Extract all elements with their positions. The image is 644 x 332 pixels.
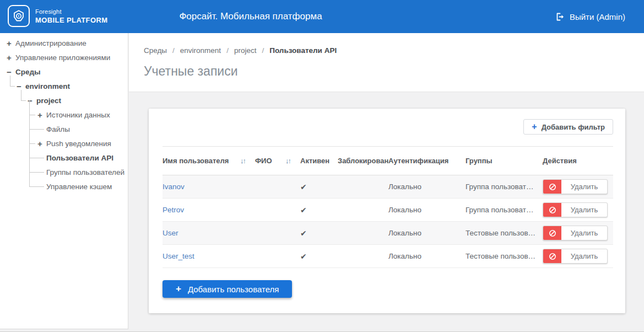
delete-label: Удалить — [561, 249, 607, 263]
delete-label: Удалить — [561, 226, 607, 240]
sidebar-item-label: Группы пользователей — [46, 168, 125, 176]
expand-icon[interactable]: + — [6, 53, 13, 62]
column-label: Имя пользователя — [163, 157, 229, 165]
main-header-section: Среды / environment / project / Пользова… — [129, 33, 644, 92]
delete-user-button[interactable]: Удалить — [543, 249, 608, 264]
sidebar-item-project[interactable]: − project — [0, 93, 128, 108]
sidebar-item-user-groups[interactable]: Группы пользователей — [0, 165, 128, 179]
sidebar-item-label: Пользователи API — [46, 154, 113, 162]
username-link[interactable]: User_test — [163, 252, 194, 260]
table-header-row: Имя пользователя ↓↑ ФИО ↓↑ Активен Забло… — [163, 146, 613, 175]
sidebar-item-label: environment — [25, 82, 70, 90]
groups-cell: Тестовые пользов… — [466, 252, 543, 260]
accounts-panel: + Добавить фильтр Имя пользователя ↓↑ ФИ… — [149, 109, 625, 313]
auth-cell: Локально — [388, 252, 466, 260]
sidebar-item-label: Управление приложениями — [15, 53, 110, 62]
sidebar-item-label: Управление кэшем — [46, 183, 112, 191]
breadcrumb-environment[interactable]: environment — [180, 46, 221, 55]
sidebar-item-app-management[interactable]: + Управление приложениями — [0, 50, 128, 65]
groups-cell: Тестовые пользов… — [466, 229, 543, 237]
auth-cell: Локально — [388, 183, 466, 191]
username-link[interactable]: Petrov — [163, 206, 184, 214]
breadcrumb-separator: / — [262, 46, 264, 55]
expand-icon[interactable]: + — [6, 39, 13, 48]
collapse-icon[interactable]: − — [6, 67, 13, 77]
active-checkmark: ✔ — [300, 252, 338, 261]
plus-icon: + — [532, 122, 537, 132]
auth-cell: Локально — [388, 206, 466, 214]
expand-icon[interactable]: + — [36, 139, 44, 148]
table-row: User ✔ Локально Тестовые пользов… Удалит… — [163, 222, 613, 245]
page-title: Учетные записи — [144, 64, 644, 79]
add-user-label: Добавить пользователя — [188, 285, 279, 294]
column-header-fio[interactable]: ФИО ↓↑ — [255, 157, 300, 165]
breadcrumb-current: Пользователи API — [269, 46, 337, 55]
block-icon — [543, 226, 561, 240]
table-row: Ivanov ✔ Локально Группа пользоват… Удал… — [163, 175, 613, 199]
username-link[interactable]: Ivanov — [163, 183, 185, 191]
sidebar-item-label: Источники данных — [46, 111, 110, 119]
column-header-authentication: Аутентификация — [388, 157, 466, 165]
breadcrumb-environments[interactable]: Среды — [144, 46, 167, 55]
delete-user-button[interactable]: Удалить — [543, 202, 608, 217]
add-filter-button[interactable]: + Добавить фильтр — [523, 119, 613, 135]
sidebar-item-label: Файлы — [46, 125, 70, 133]
plus-icon: + — [176, 283, 181, 294]
block-icon — [543, 203, 561, 217]
breadcrumb: Среды / environment / project / Пользова… — [144, 46, 644, 55]
app-header: Foresight MOBILE PLATFORM Форсайт. Мобил… — [0, 0, 644, 33]
column-header-active: Активен — [300, 157, 338, 165]
block-icon — [543, 180, 561, 194]
sidebar-item-environments[interactable]: − Среды — [0, 65, 128, 79]
sidebar-item-environment[interactable]: − environment — [0, 79, 128, 93]
delete-user-button[interactable]: Удалить — [543, 179, 608, 194]
delete-label: Удалить — [561, 203, 607, 217]
groups-cell: Группа пользоват… — [466, 183, 543, 191]
sort-icon[interactable]: ↓↑ — [285, 157, 290, 165]
breadcrumb-separator: / — [226, 46, 229, 55]
logout-button[interactable]: Выйти (Admin) — [555, 0, 625, 33]
column-header-blocked: Заблокирован — [338, 157, 388, 165]
users-table: Имя пользователя ↓↑ ФИО ↓↑ Активен Забло… — [163, 146, 613, 268]
sidebar-item-label: Среды — [15, 68, 41, 76]
collapse-icon[interactable]: − — [26, 96, 34, 105]
sidebar-item-label: Push уведомления — [46, 140, 111, 148]
delete-label: Удалить — [561, 180, 607, 194]
logo-text: Foresight MOBILE PLATFORM — [35, 8, 107, 24]
username-link[interactable]: User — [163, 229, 178, 237]
auth-cell: Локально — [388, 229, 466, 237]
sidebar-item-api-users[interactable]: Пользователи API — [0, 151, 128, 165]
breadcrumb-project[interactable]: project — [234, 46, 257, 55]
sidebar-item-label: project — [36, 97, 61, 105]
active-checkmark: ✔ — [300, 229, 338, 238]
breadcrumb-separator: / — [172, 46, 175, 55]
table-row: Petrov ✔ Локально Группа пользоват… Удал… — [163, 199, 613, 222]
app-title: Форсайт. Мобильная платформа — [179, 11, 322, 22]
logo-line2: MOBILE PLATFORM — [35, 16, 107, 24]
block-icon — [543, 249, 561, 263]
column-header-username[interactable]: Имя пользователя ↓↑ — [163, 157, 255, 165]
sidebar-item-cache-management[interactable]: Управление кэшем — [0, 179, 128, 194]
sort-icon[interactable]: ↓↑ — [240, 157, 245, 165]
foresight-logo-icon — [8, 5, 30, 27]
sidebar-item-files[interactable]: Файлы — [0, 122, 128, 136]
sidebar-item-administration[interactable]: + Администрирование — [0, 36, 128, 50]
collapse-icon[interactable]: − — [15, 82, 23, 91]
table-row: User_test ✔ Локально Тестовые пользов… У… — [163, 245, 613, 268]
app-logo[interactable]: Foresight MOBILE PLATFORM — [8, 5, 107, 27]
sidebar-item-push-notifications[interactable]: + Push уведомления — [0, 136, 128, 151]
sidebar-item-label: Администрирование — [15, 39, 86, 47]
column-label: ФИО — [255, 157, 272, 165]
sign-out-icon — [555, 12, 565, 22]
sidebar-tree: + Администрирование + Управление приложе… — [0, 33, 128, 329]
sidebar-item-data-sources[interactable]: + Источники данных — [0, 108, 128, 122]
active-checkmark: ✔ — [300, 183, 338, 191]
column-header-groups: Группы — [466, 157, 543, 165]
expand-icon[interactable]: + — [36, 110, 44, 120]
delete-user-button[interactable]: Удалить — [543, 226, 608, 240]
add-user-button[interactable]: + Добавить пользователя — [163, 280, 292, 298]
add-filter-label: Добавить фильтр — [542, 123, 605, 131]
logo-line1: Foresight — [35, 8, 107, 15]
groups-cell: Группа пользоват… — [466, 206, 543, 214]
logout-label: Выйти (Admin) — [570, 12, 625, 22]
